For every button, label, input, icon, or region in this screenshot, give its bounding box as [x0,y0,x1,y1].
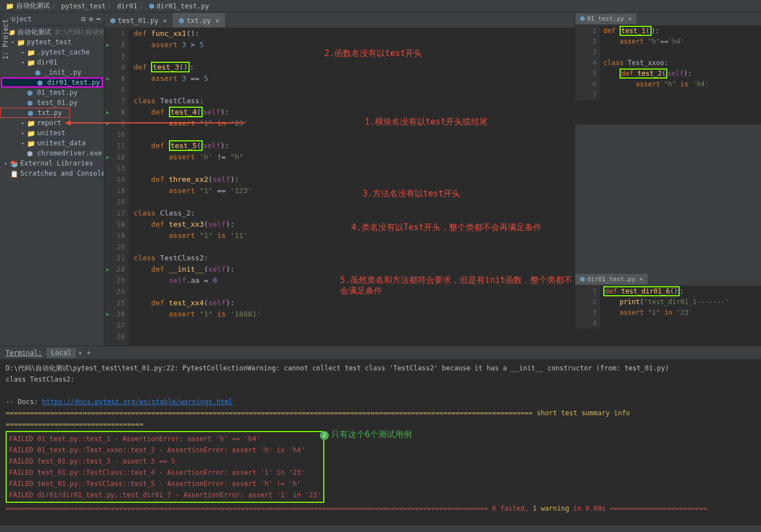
tree-01test[interactable]: ⬢01_test.py [0,88,104,98]
term-summary: ========================================… [6,503,755,514]
crumb-4[interactable]: dir01_test.py [157,2,209,10]
failed-block: FAILED 01_test.py::test_1 - AssertionErr… [6,431,324,503]
close-icon[interactable]: × [78,349,82,357]
main-editor[interactable]: 12▶⊟34 5▶⊟67 8▶⊟9▶1011 12▶⊟1314 15⊟1617 … [104,28,575,346]
right-tab-dir01[interactable]: ⬢dir01_test.py× [575,274,648,285]
tree-report[interactable]: ▸📁report [0,118,104,128]
breadcrumb: 📁 自动化测试〉 pytest_test〉 dir01〉 ⬢ dir01_tes… [0,0,761,12]
project-header[interactable]: Project ⊟ ⚙ ━ [0,12,104,26]
close-icon[interactable]: × [163,17,167,25]
terminal[interactable]: D:\代码\自动化测试\pytest_test\test_01.py:22: P… [0,359,761,525]
breadcrumb-folder-icon: 📁 [6,2,14,10]
tree-scratch[interactable]: 📋Scratches and Consoles [0,168,104,178]
project-panel: Project ⊟ ⚙ ━ ▾📁自动化测试 D:\代码\自动化测 ▾📁pytes… [0,12,104,346]
close-icon[interactable]: × [216,17,219,25]
annotation-3: 3.方法名没有以test开头 [363,189,460,199]
terminal-header: Terminal: Local × + [0,346,761,359]
crumb-3[interactable]: dir01 [117,2,137,10]
code-body[interactable]: def func_xx1(): assert 3 > 5 def test_3(… [129,28,575,346]
annotation-green-1: 2只有这个6个测试用例 [320,429,412,441]
tree-unitest[interactable]: ▸📁unitest [0,128,104,138]
close-icon[interactable]: × [628,15,632,22]
tree-dir01-test[interactable]: ⬢dir01_test.py [1,77,103,88]
right-editor-2[interactable]: def test_dir01_6(): print('test_dir01_1-… [600,286,761,329]
tab-test01[interactable]: ⬢test_01.py× [104,13,172,27]
tree-pytest[interactable]: ▾📁pytest_test [0,37,104,47]
tree-udata[interactable]: ▸📁unitest_data [0,138,104,148]
vside-project[interactable]: 1: Project [0,16,10,63]
tree-init[interactable]: ⬢_init_.py [0,67,104,77]
tree-test01[interactable]: ⬢test_01.py [0,98,104,108]
close-icon[interactable]: × [639,276,643,283]
term-sep: ========================================… [6,407,755,430]
collapse-icon[interactable]: ⊟ [81,15,85,23]
crumb-2[interactable]: pytest_test [61,2,106,10]
tree-root[interactable]: ▾📁自动化测试 D:\代码\自动化测 [0,27,104,37]
tree-ext[interactable]: ▸📚External Libraries [0,158,104,168]
right-editors: ⬢01_test.py× 1234567 def test_1(): asser… [575,12,761,346]
python-icon: ⬢ [149,2,154,10]
annotation-4: 4.类名没有以Test开头，整个类都不会再满足条件 [351,222,542,233]
terminal-tab-local[interactable]: Local [47,348,76,358]
hide-icon[interactable]: ━ [97,15,100,23]
term-line: D:\代码\自动化测试\pytest_test\test_01.py:22: P… [6,363,755,374]
terminal-title: Terminal: [6,349,42,357]
tab-txt[interactable]: ⬢txt.py× [173,13,225,27]
tree-txt[interactable]: ⬢txt.py [0,108,70,118]
settings-icon[interactable]: ⚙ [89,15,93,23]
new-terminal-icon[interactable]: + [86,349,90,357]
tree-chrome[interactable]: ⬢chromedriver.exe [0,148,104,158]
project-tree: ▾📁自动化测试 D:\代码\自动化测 ▾📁pytest_test ▸📁.pyte… [0,26,104,346]
right-tab-01test[interactable]: ⬢01_test.py× [575,13,636,24]
tree-cache[interactable]: ▸📁.pytest_cache [0,47,104,57]
annotation-2: 2.函数名没有以test开头 [324,48,422,59]
term-line: class TestClass2: [6,374,755,385]
docs-link[interactable]: https://docs.pytest.org/en/stable/warnin… [42,398,233,406]
tree-dir01[interactable]: ▾📁dir01 [0,57,104,67]
right-editor-1[interactable]: def test_1(): assert "h"=='h4' class Tes… [600,26,761,100]
annotation-5: 5.虽然类名和方法都符合要求，但是有init函数，整个类都不会满足条件 [340,275,575,296]
crumb-1[interactable]: 自动化测试 [16,1,50,11]
gutter: 12▶⊟34 5▶⊟67 8▶⊟9▶1011 12▶⊟1314 15⊟1617 … [104,28,129,346]
editor-tabs: ⬢test_01.py× ⬢txt.py× [104,12,575,28]
annotation-1: 1.模块名没有以test开头或结尾 [365,117,488,127]
